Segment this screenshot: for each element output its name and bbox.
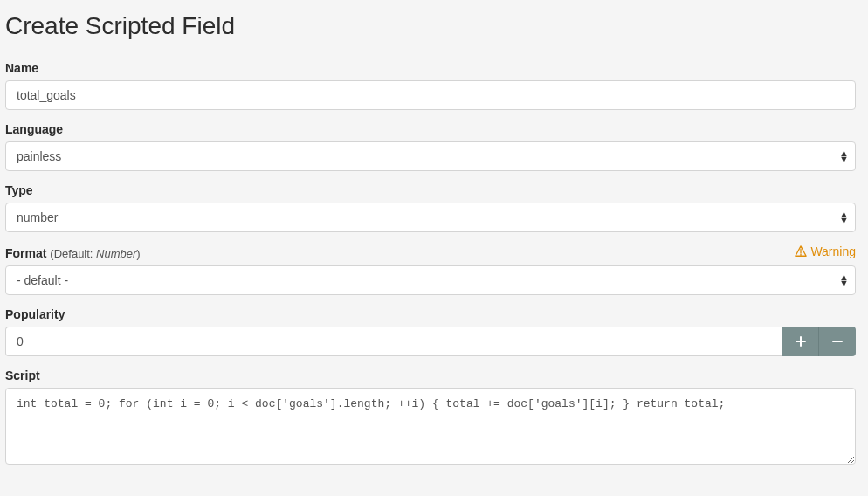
script-label: Script xyxy=(5,369,40,382)
popularity-group: Popularity xyxy=(0,307,861,356)
format-label: Format (Default: Number) xyxy=(5,246,141,260)
popularity-decrement-button[interactable] xyxy=(819,327,856,356)
popularity-input[interactable] xyxy=(5,327,782,356)
popularity-stepper xyxy=(5,327,856,356)
type-label: Type xyxy=(5,183,33,197)
name-label: Name xyxy=(5,61,38,75)
minus-icon xyxy=(832,336,843,347)
format-select[interactable]: - default - xyxy=(5,265,856,295)
type-group: Type number ▲▼ xyxy=(0,183,861,232)
language-select[interactable]: painless xyxy=(5,141,856,171)
type-select[interactable]: number xyxy=(5,203,856,232)
format-group: Format (Default: Number) Warning - defau… xyxy=(0,245,861,295)
format-label-text: Format xyxy=(5,246,46,260)
script-textarea[interactable] xyxy=(5,388,856,465)
language-label: Language xyxy=(5,122,63,136)
format-warning[interactable]: Warning xyxy=(795,245,856,258)
language-group: Language painless ▲▼ xyxy=(0,122,861,171)
popularity-label: Popularity xyxy=(5,307,65,321)
popularity-increment-button[interactable] xyxy=(782,327,819,356)
format-label-suffix: (Default: Number) xyxy=(50,247,140,260)
format-warning-text: Warning xyxy=(810,245,856,258)
name-group: Name xyxy=(0,61,861,110)
name-input[interactable] xyxy=(5,80,856,110)
plus-icon xyxy=(796,336,806,347)
warning-icon xyxy=(795,245,807,258)
script-group: Script xyxy=(0,369,861,468)
page-title: Create Scripted Field xyxy=(5,12,861,40)
